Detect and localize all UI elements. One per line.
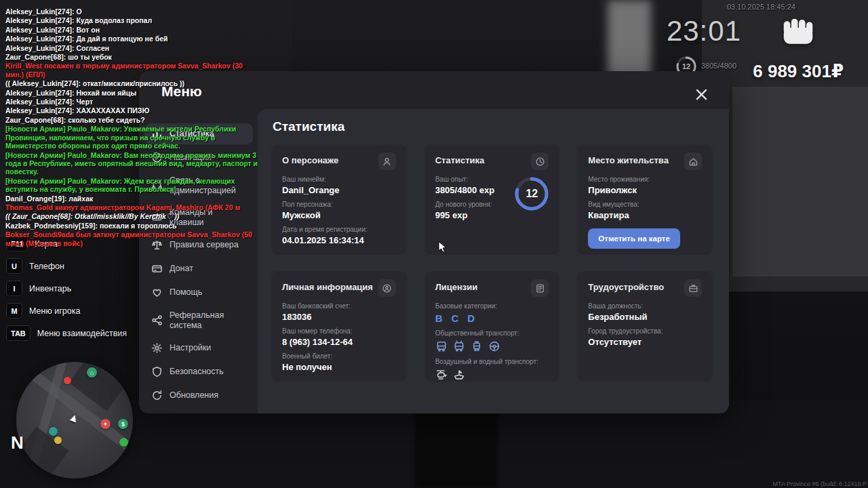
trolleybus-icon xyxy=(453,340,465,352)
person-icon xyxy=(378,152,396,170)
hud-money: 6 989 301₽ xyxy=(717,61,844,82)
field-value: Отсутствует xyxy=(588,337,702,347)
game-screen: Aleksey_Lukin[274]: OAleksey_Lukin[274]:… xyxy=(0,0,868,488)
sidebar-item-security[interactable]: Безопасность xyxy=(144,361,253,382)
transport-icons xyxy=(435,340,549,352)
chat-message: [Новости Армии] Paulo_Makarov: Вам необх… xyxy=(5,151,259,176)
shield-icon xyxy=(151,366,163,378)
minimap: ⌂ + $ xyxy=(16,362,133,479)
update-icon xyxy=(151,390,163,401)
chat-message: Bokser_Soundi9ada был заткнут администра… xyxy=(5,230,259,247)
chat-message: Aleksey_Lukin[274]: Да дай я потанцую не… xyxy=(5,35,259,43)
sidebar-item-label: Донат xyxy=(170,264,193,274)
chat-message: [Новости Армии] Paulo_Makarov: Ждем всех… xyxy=(5,177,259,194)
minimap-marker-house: ⌂ xyxy=(87,367,97,378)
hud-clock: 23:01 xyxy=(661,15,741,47)
keybind-row: UТелефон xyxy=(7,259,127,273)
watermark: MTA Province #6 (build: 6.12419.P xyxy=(773,481,867,487)
mark-on-map-button[interactable]: Отметить на карте xyxy=(588,228,680,249)
field-label: Город трудоустройства: xyxy=(588,327,702,335)
keybind-key: U xyxy=(7,259,22,273)
sidebar-item-label: Реферальная система xyxy=(170,310,246,330)
minimap-marker-teal xyxy=(49,427,58,436)
field-label: Общественный транспорт: xyxy=(435,329,549,337)
sidebar-item-label: Помощь xyxy=(170,287,202,298)
sidebar-item-referral[interactable]: Реферальная система xyxy=(144,306,253,335)
chat-message: Aleksey_Lukin[274]: Нюхай мои яйцы xyxy=(5,89,259,97)
close-icon[interactable] xyxy=(694,87,709,102)
info-card: Личная информацияВаш банковский счет:183… xyxy=(271,271,407,382)
chat-message: Thomas_Gold кикнут администратором Kagam… xyxy=(5,203,259,211)
chat-message: Aleksey_Lukin[274]: Куда водолаз пропал xyxy=(5,16,259,24)
info-card: О персонажеВаш никнейм:Danil_OrangeПол п… xyxy=(271,144,407,255)
chat-message: Aleksey_Lukin[274]: Черт xyxy=(5,98,259,106)
chat-message: Aleksey_Lukin[274]: Вот он xyxy=(5,26,259,34)
chat-message: Aleksey_Lukin[274]: O xyxy=(5,7,259,16)
level-progress-ring: 12 xyxy=(513,176,550,212)
keybind-row: IИнвентарь xyxy=(7,281,127,296)
field-value: 8 (963) 134-12-64 xyxy=(282,337,396,347)
field-value: Не получен xyxy=(282,362,396,372)
minimap-marker-pin xyxy=(64,377,71,384)
card-title: О персонаже xyxy=(282,152,338,165)
field-label: Воздушный и водный транспорт: xyxy=(435,358,549,365)
cards-grid: О персонажеВаш никнейм:Danil_OrangeПол п… xyxy=(271,144,713,382)
card-title: Лицензии xyxy=(435,279,478,292)
license-categories: BCD xyxy=(435,312,549,324)
field-label: Вид имущества: xyxy=(588,201,702,208)
minimap-marker-money: $ xyxy=(118,419,128,429)
mouse-cursor xyxy=(438,241,450,253)
level-number: 12 xyxy=(513,176,550,212)
keybind-label: Меню игрока xyxy=(29,306,80,316)
chat-message: [Новости Армии] Paulo_Makarov: Уважаемые… xyxy=(5,125,259,150)
keybind-key: I xyxy=(7,281,22,296)
info-card: ТрудоустройствоВаша должность:Безработны… xyxy=(577,271,713,382)
clock-icon xyxy=(531,152,549,170)
field-label: Пол персонажа: xyxy=(282,201,396,208)
license-category: C xyxy=(452,312,459,324)
card-icon xyxy=(151,263,163,274)
license-category: B xyxy=(435,312,443,324)
transport-icons xyxy=(435,369,549,381)
minimap-player-marker xyxy=(70,414,79,423)
keybind-label: Меню взаимодействия xyxy=(37,329,127,338)
keybind-key: TAB xyxy=(7,326,30,340)
card-title: Место жительства xyxy=(588,152,669,165)
card-title: Трудоустройство xyxy=(588,279,664,292)
id-card-icon xyxy=(378,279,396,297)
background-shape xyxy=(732,87,868,277)
sidebar-item-label: Настройки xyxy=(170,343,211,353)
field-value: Квартира xyxy=(588,210,702,220)
field-label: Ваш никнейм: xyxy=(282,176,396,183)
field-label: Базовые категории: xyxy=(435,302,549,310)
field-value: 183036 xyxy=(282,312,396,322)
chat-message: Zaur_Capone[68]: шо ты уебок xyxy=(5,53,259,61)
sidebar-item-help[interactable]: Помощь xyxy=(144,282,253,303)
tram-icon xyxy=(471,340,483,352)
field-label: Ваша должность: xyxy=(588,302,702,310)
license-icon xyxy=(531,279,549,297)
steering-wheel-icon xyxy=(488,340,500,352)
chat-message: Danil_Orange[19]: лайхак xyxy=(5,195,259,203)
card-title: Статистика xyxy=(435,152,485,165)
field-label: Ваш номер телефона: xyxy=(282,327,396,335)
keybind-hints: F11КартаUТелефонIИнвентарьMМеню игрокаTA… xyxy=(7,237,127,348)
sidebar-item-label: Обновления xyxy=(170,390,218,401)
card-title: Личная информация xyxy=(282,279,373,292)
compass-north-label: N xyxy=(11,432,24,453)
info-card: СтатистикаВаш опыт:3805/4800 expДо новог… xyxy=(425,144,560,255)
keybind-key: M xyxy=(7,304,22,318)
field-label: Военный билет: xyxy=(282,352,396,360)
briefcase-icon xyxy=(684,279,702,297)
bus-icon xyxy=(435,340,448,352)
field-label: Ваш банковский счет: xyxy=(282,302,396,310)
sidebar-item-updates[interactable]: Обновления xyxy=(144,385,253,406)
chat-message: Aleksey_Lukin[274]: Согласен xyxy=(5,44,259,52)
home-icon xyxy=(684,152,702,170)
field-label: Дата и время регистрации: xyxy=(282,226,396,233)
sidebar-item-label: Безопасность xyxy=(170,367,224,377)
field-value: Безработный xyxy=(588,312,702,322)
sidebar-item-settings[interactable]: Настройки xyxy=(144,338,253,359)
sidebar-item-donate[interactable]: Донат xyxy=(144,258,253,279)
ship-icon xyxy=(453,369,465,381)
